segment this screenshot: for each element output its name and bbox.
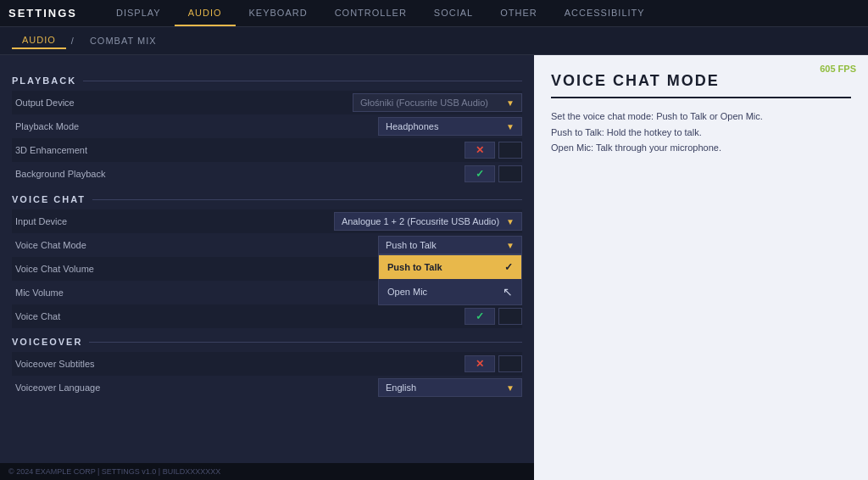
voice-chat-mode-row: Voice Chat Mode Push to Talk ▼ Push to T…: [12, 233, 522, 257]
voiceover-subtitles-track: [498, 355, 522, 372]
voiceover-language-label: Voiceover Language: [12, 382, 181, 393]
push-to-talk-checkmark: ✓: [504, 261, 513, 273]
playback-mode-dropdown[interactable]: Headphones ▼: [378, 117, 522, 136]
sub-tab-divider: /: [70, 36, 75, 46]
info-line-1: Set the voice chat mode: Push to Talk or…: [551, 109, 851, 125]
output-device-value: Głośniki (Focusrite USB Audio): [360, 98, 488, 108]
nav-tab-display[interactable]: DISPLAY: [103, 0, 175, 26]
playback-header-text: PLAYBACK: [12, 75, 83, 86]
voiceover-language-value: English: [386, 382, 416, 393]
app-title: SETTINGS: [8, 7, 77, 20]
info-line-2: Push to Talk: Hold the hotkey to talk.: [551, 125, 851, 141]
voiceover-subtitles-checkbox[interactable]: ✕: [465, 355, 495, 372]
voice-chat-mode-arrow: ▼: [506, 241, 515, 250]
playback-section-header: PLAYBACK: [12, 75, 522, 86]
top-nav-bar: SETTINGS DISPLAY AUDIO KEYBOARD CONTROLL…: [0, 0, 868, 27]
mic-volume-label: Mic Volume: [12, 287, 181, 298]
enhancement-3d-label: 3D Enhancement: [12, 145, 181, 155]
main-nav: DISPLAY AUDIO KEYBOARD CONTROLLER SOCIAL…: [103, 0, 659, 26]
voice-chat-toggle-control: ✓: [181, 308, 522, 325]
voiceover-subtitles-x: ✕: [476, 358, 484, 370]
background-playback-row: Background Playback ✓: [12, 162, 522, 186]
input-device-arrow: ▼: [506, 217, 515, 226]
background-playback-check: ✓: [476, 168, 484, 180]
voice-chat-mode-control: Push to Talk ▼ Push to Talk ✓ Open Mic ↖: [181, 236, 522, 254]
input-device-value: Analogue 1 + 2 (Focusrite USB Audio): [342, 216, 499, 226]
voiceover-subtitles-label: Voiceover Subtitles: [12, 359, 181, 369]
open-mic-label: Open Mic: [387, 287, 427, 297]
background-playback-toggle: ✓: [465, 165, 522, 182]
voiceover-language-arrow: ▼: [506, 383, 515, 393]
playback-header-line: [83, 81, 522, 81]
voice-chat-header-text: VOICE CHAT: [12, 194, 92, 204]
output-device-dropdown[interactable]: Głośniki (Focusrite USB Audio) ▼: [353, 93, 522, 112]
nav-tab-social[interactable]: SOCIAL: [420, 0, 487, 26]
background-playback-label: Background Playback: [12, 169, 181, 179]
playback-mode-arrow: ▼: [506, 122, 515, 131]
voice-chat-option-push-to-talk[interactable]: Push to Talk ✓: [379, 255, 521, 279]
input-device-dropdown[interactable]: Analogue 1 + 2 (Focusrite USB Audio) ▼: [334, 212, 522, 231]
push-to-talk-label: Push to Talk: [387, 262, 442, 272]
playback-mode-row: Playback Mode Headphones ▼: [12, 114, 522, 138]
voice-chat-checkbox[interactable]: ✓: [465, 308, 495, 325]
output-device-arrow: ▼: [506, 98, 515, 108]
voice-chat-checkmark: ✓: [476, 310, 484, 322]
output-device-row: Output Device Głośniki (Focusrite USB Au…: [12, 91, 522, 114]
playback-mode-label: Playback Mode: [12, 121, 181, 131]
voice-chat-mode-popup: Push to Talk ✓ Open Mic ↖: [378, 254, 522, 305]
voiceover-subtitles-toggle: ✕: [465, 355, 522, 372]
voice-chat-mode-dropdown[interactable]: Push to Talk ▼: [378, 236, 522, 254]
enhancement-3d-toggle: ✕: [465, 142, 522, 159]
enhancement-3d-x: ✕: [476, 144, 484, 156]
nav-tab-controller[interactable]: CONTROLLER: [321, 0, 420, 26]
enhancement-3d-row: 3D Enhancement ✕: [12, 138, 522, 162]
background-playback-track: [498, 165, 522, 182]
voice-chat-header-line: [92, 199, 522, 200]
main-content: PLAYBACK Output Device Głośniki (Focusri…: [0, 55, 868, 480]
status-text: © 2024 EXAMPLE CORP | SETTINGS v1.0 | BU…: [8, 467, 220, 476]
voice-chat-mode-value: Push to Talk: [386, 240, 437, 250]
info-panel: 605 FPS VOICE CHAT MODE Set the voice ch…: [534, 55, 868, 480]
voice-chat-section-header: VOICE CHAT: [12, 194, 522, 204]
background-playback-control: ✓: [181, 165, 522, 182]
voice-chat-toggle-label: Voice Chat: [12, 311, 181, 321]
sub-tab-audio[interactable]: AUDIO: [12, 32, 66, 49]
info-line-3: Open Mic: Talk through your microphone.: [551, 140, 851, 156]
voice-chat-mode-label: Voice Chat Mode: [12, 240, 181, 250]
output-device-label: Output Device: [12, 98, 181, 108]
enhancement-3d-control: ✕: [181, 142, 522, 159]
output-device-control: Głośniki (Focusrite USB Audio) ▼: [181, 93, 522, 112]
status-bar: © 2024 EXAMPLE CORP | SETTINGS v1.0 | BU…: [0, 463, 534, 480]
sub-tabs-bar: AUDIO / COMBAT MIX: [0, 27, 868, 55]
playback-mode-value: Headphones: [386, 121, 438, 131]
nav-tab-accessibility[interactable]: ACCESSIBILITY: [551, 0, 659, 26]
voice-chat-toggle: ✓: [465, 308, 522, 325]
voice-chat-toggle-row: Voice Chat ✓: [12, 304, 522, 328]
voice-chat-track: [498, 308, 522, 325]
voiceover-subtitles-control: ✕: [181, 355, 522, 372]
voiceover-subtitles-row: Voiceover Subtitles ✕: [12, 352, 522, 376]
nav-tab-audio[interactable]: AUDIO: [175, 0, 236, 26]
voice-chat-option-open-mic[interactable]: Open Mic ↖: [379, 279, 521, 304]
playback-mode-control: Headphones ▼: [181, 117, 522, 136]
nav-tab-keyboard[interactable]: KEYBOARD: [236, 0, 321, 26]
info-panel-title: VOICE CHAT MODE: [551, 72, 851, 98]
settings-panel: PLAYBACK Output Device Głośniki (Focusri…: [0, 55, 534, 480]
background-playback-checkbox[interactable]: ✓: [465, 165, 495, 182]
input-device-control: Analogue 1 + 2 (Focusrite USB Audio) ▼: [181, 212, 522, 231]
enhancement-3d-checkbox[interactable]: ✕: [465, 142, 495, 159]
info-panel-text: Set the voice chat mode: Push to Talk or…: [551, 109, 851, 156]
input-device-row: Input Device Analogue 1 + 2 (Focusrite U…: [12, 209, 522, 233]
fps-display: 605 FPS: [820, 64, 856, 74]
sub-tab-combat-mix[interactable]: COMBAT MIX: [79, 32, 168, 49]
nav-tab-other[interactable]: OTHER: [487, 0, 551, 26]
voiceover-header-text: VOICEOVER: [12, 337, 89, 347]
voice-chat-mode-wrapper: Push to Talk ▼ Push to Talk ✓ Open Mic ↖: [378, 236, 522, 254]
input-device-label: Input Device: [12, 216, 181, 226]
voiceover-header-line: [89, 342, 522, 343]
voiceover-section-header: VOICEOVER: [12, 337, 522, 347]
open-mic-cursor: ↖: [503, 285, 513, 299]
enhancement-3d-track: [498, 142, 522, 159]
voiceover-language-control: English ▼: [181, 378, 522, 397]
voiceover-language-dropdown[interactable]: English ▼: [378, 378, 522, 397]
